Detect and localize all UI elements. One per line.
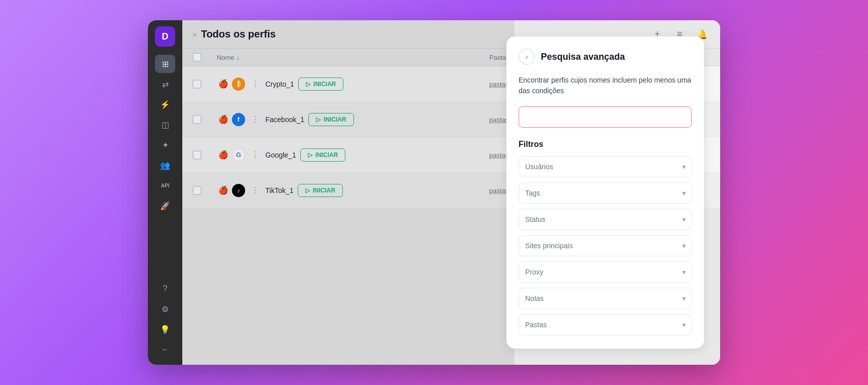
play-icon: ▷: [316, 116, 321, 123]
panel-title: Pesquisa avançada: [541, 52, 625, 62]
sidebar-item-api[interactable]: API: [155, 176, 175, 195]
row-name-cell-tiktok: 🍎 ♪ ⋮ TikTok_1 ▷ INICIAR: [217, 183, 485, 197]
usuarios-filter-wrapper: Usuários: [519, 156, 692, 177]
row-more-menu-google[interactable]: ⋮: [249, 148, 261, 162]
tags-filter[interactable]: Tags: [519, 182, 692, 204]
start-button-facebook[interactable]: ▷ INICIAR: [308, 113, 354, 126]
profile-icons-google: 🍎 G: [217, 148, 245, 162]
logout-icon: ←: [161, 345, 169, 354]
bitcoin-icon: ₿: [232, 78, 245, 91]
sidebar-item-extensions[interactable]: ✦: [155, 136, 175, 154]
sidebar-item-profiles[interactable]: ⊞: [155, 55, 175, 73]
sidebar-item-notes[interactable]: ◫: [155, 115, 175, 134]
notas-filter[interactable]: Notas: [519, 288, 692, 309]
play-icon: ▷: [308, 151, 312, 159]
sites-filter-wrapper: Sites principais: [519, 235, 692, 256]
sidebar-item-help[interactable]: ?: [155, 280, 175, 298]
profile-name-facebook: Facebook_1: [265, 115, 304, 124]
row-checkbox-tiktok[interactable]: [192, 186, 213, 195]
apple-icon: 🍎: [217, 113, 230, 126]
select-all-checkbox[interactable]: [192, 53, 213, 62]
row-more-menu-facebook[interactable]: ⋮: [249, 112, 261, 126]
status-filter-wrapper: Status: [519, 209, 692, 230]
app-logo[interactable]: D: [155, 26, 175, 47]
profile-icons-tiktok: 🍎 ♪: [217, 184, 245, 197]
help-icon: ?: [163, 284, 168, 293]
panel-header: › Pesquisa avançada: [519, 49, 692, 65]
apple-icon: 🍎: [217, 78, 230, 91]
panel-description: Encontrar perfis cujos nomes incluem pel…: [519, 75, 692, 96]
sidebar-item-launch[interactable]: 🚀: [155, 197, 175, 215]
filters-title: Filtros: [519, 140, 692, 149]
facebook-icon: f: [232, 113, 245, 126]
apple-icon: 🍎: [217, 184, 230, 197]
profiles-icon: ⊞: [162, 59, 169, 69]
sidebar-bottom: ? ⚙ 💡 ←: [155, 280, 175, 359]
proxy-filter-wrapper: Proxy: [519, 261, 692, 283]
sidebar-item-bulb[interactable]: 💡: [155, 320, 175, 338]
settings-icon: ⚙: [162, 304, 169, 314]
profile-name-google: Google_1: [265, 151, 296, 159]
row-more-menu-crypto[interactable]: ⋮: [249, 77, 261, 91]
start-button-tiktok[interactable]: ▷ INICIAR: [298, 184, 343, 197]
row-checkbox-facebook[interactable]: [192, 115, 213, 124]
notes-icon: ◫: [162, 120, 169, 130]
status-filter[interactable]: Status: [519, 209, 692, 230]
extensions-icon: ✦: [162, 140, 169, 150]
play-icon: ▷: [305, 187, 310, 194]
chevron-right-icon: ›: [526, 53, 528, 61]
profile-icons-crypto: 🍎 ₿: [217, 78, 245, 91]
sidebar-item-automations[interactable]: ⚡: [155, 95, 175, 113]
row-more-menu-tiktok[interactable]: ⋮: [249, 183, 261, 197]
name-column-header: Nome ↓: [217, 54, 485, 61]
sidebar-item-logout[interactable]: ←: [155, 340, 175, 359]
proxy-filter[interactable]: Proxy: [519, 261, 692, 283]
panel-back-button[interactable]: ›: [519, 49, 535, 65]
api-icon: API: [161, 183, 170, 188]
row-checkbox-google[interactable]: [192, 150, 213, 160]
sidebar-item-connections[interactable]: ⇄: [155, 75, 175, 93]
sidebar: D ⊞ ⇄ ⚡ ◫ ✦ 👥 API 🚀 ?: [148, 20, 182, 365]
profile-icons-facebook: 🍎 f: [217, 113, 245, 126]
bulb-icon: 💡: [160, 325, 170, 334]
breadcrumb-arrows: »: [192, 30, 197, 39]
sites-filter[interactable]: Sites principais: [519, 235, 692, 256]
automations-icon: ⚡: [160, 100, 170, 109]
users-icon: 👥: [160, 161, 170, 170]
name-search-input[interactable]: [519, 106, 692, 128]
notas-filter-wrapper: Notas: [519, 288, 692, 309]
tags-filter-wrapper: Tags: [519, 182, 692, 204]
pastas-filter-wrapper: Pastas: [519, 314, 692, 335]
main-window: D ⊞ ⇄ ⚡ ◫ ✦ 👥 API 🚀 ?: [148, 20, 720, 365]
play-icon: ▷: [306, 81, 310, 88]
row-name-cell-facebook: 🍎 f ⋮ Facebook_1 ▷ INICIAR: [217, 112, 485, 126]
google-icon: G: [232, 148, 245, 162]
connections-icon: ⇄: [162, 80, 169, 89]
row-checkbox-crypto[interactable]: [192, 80, 213, 89]
advanced-search-panel: › Pesquisa avançada Encontrar perfis cuj…: [506, 36, 704, 349]
usuarios-filter[interactable]: Usuários: [519, 156, 692, 177]
row-name-cell-crypto: 🍎 ₿ ⋮ Crypto_1 ▷ INICIAR: [217, 77, 485, 91]
sidebar-item-users[interactable]: 👥: [155, 156, 175, 174]
sidebar-item-settings[interactable]: ⚙: [155, 300, 175, 318]
profile-name-tiktok: TikTok_1: [265, 186, 294, 195]
profile-name-crypto: Crypto_1: [265, 80, 294, 88]
tiktok-icon: ♪: [232, 184, 245, 197]
pastas-filter[interactable]: Pastas: [519, 314, 692, 335]
apple-icon: 🍎: [217, 148, 230, 162]
row-name-cell-google: 🍎 G ⋮ Google_1 ▷ INICIAR: [217, 148, 485, 162]
launch-icon: 🚀: [160, 201, 170, 211]
start-button-google[interactable]: ▷ INICIAR: [300, 148, 346, 162]
sort-icon: ↓: [236, 54, 240, 61]
start-button-crypto[interactable]: ▷ INICIAR: [298, 78, 344, 91]
